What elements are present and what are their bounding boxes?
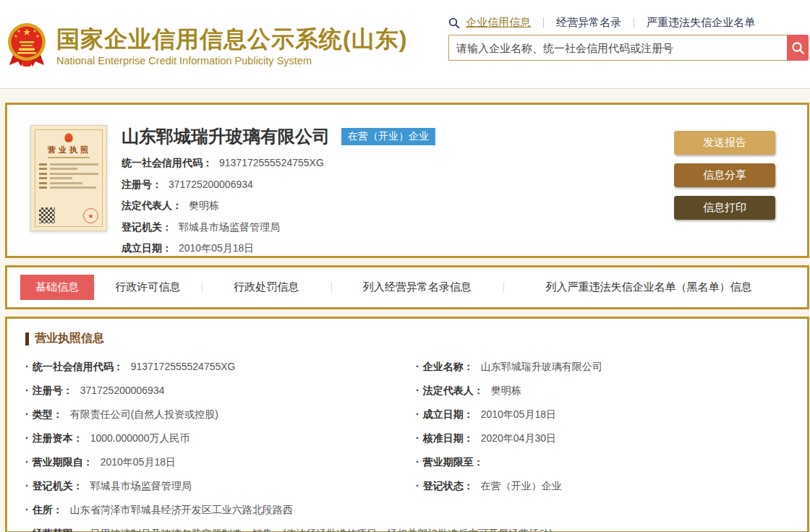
field-label: 登记机关： bbox=[33, 480, 83, 493]
nav-divider bbox=[634, 17, 634, 28]
field-value: 山东郓城瑞升玻璃有限公司 bbox=[481, 361, 602, 374]
summary-row: 统一社会信用代码： 9137172555524755XG bbox=[122, 157, 674, 170]
business-license-page: 营业执照 ★ bbox=[35, 129, 103, 227]
status-badge: 在营（开业）企业 bbox=[341, 128, 435, 145]
summary-row: 登记机关： 郓城县市场监督管理局 bbox=[122, 221, 674, 234]
detail-row: 住所：山东省菏泽市郓城县经济开发区工业六路北段路西 bbox=[25, 498, 789, 522]
summary-row: 法定代表人： 樊明栋 bbox=[122, 200, 674, 213]
tab-administrative-license[interactable]: 行政许可信息 bbox=[94, 280, 202, 294]
company-info: 山东郓城瑞升玻璃有限公司 在营（开业）企业 统一社会信用代码： 91371725… bbox=[107, 125, 674, 256]
field-value: 樊明栋 bbox=[491, 385, 521, 398]
search-icon bbox=[791, 41, 805, 55]
section-title-bar bbox=[25, 332, 29, 346]
detail-row: 注册资本：1000.000000万人民币 bbox=[25, 426, 398, 450]
company-summary-card: 营业执照 ★ 山东郓城瑞升玻璃有限公司 在营（开业）企业 bbox=[5, 103, 809, 258]
license-text-line bbox=[39, 163, 98, 166]
national-emblem-logo: ★ ★ ★ ★ ★ bbox=[6, 22, 48, 71]
tab-basic-info[interactable]: 基础信息 bbox=[20, 275, 94, 300]
action-buttons: 发送报告 信息分享 信息打印 bbox=[674, 125, 775, 256]
license-footer: ★ bbox=[39, 204, 98, 223]
license-details-card: 营业执照信息 统一社会信用代码：9137172555524755XG 企业名称：… bbox=[5, 317, 809, 532]
detail-row: 统一社会信用代码：9137172555524755XG bbox=[25, 355, 398, 379]
detail-row: 营业期限至： bbox=[416, 450, 789, 474]
license-subline bbox=[48, 157, 89, 158]
field-label: 成立日期： bbox=[423, 408, 474, 421]
license-text-line bbox=[39, 186, 98, 189]
field-value: 郓城县市场监督管理局 bbox=[90, 480, 192, 493]
field-value: 日用玻璃制品及玻璃包装容器制造、销售。(依法须经批准的项目，经相关部门批准后方可… bbox=[90, 528, 563, 532]
field-label: 类型： bbox=[33, 408, 63, 421]
detail-row: 登记状态：在营（开业）企业 bbox=[416, 474, 789, 498]
search-icon bbox=[448, 17, 460, 29]
field-value: 9137172555524755XG bbox=[131, 361, 236, 372]
field-label: 企业名称： bbox=[423, 361, 474, 374]
section-title: 营业执照信息 bbox=[25, 331, 807, 346]
qr-code-icon bbox=[39, 207, 55, 223]
search-type-nav: 企业信用信息 经营异常名录 严重违法失信企业名单 bbox=[448, 16, 809, 30]
detail-row: 成立日期：2010年05月18日 bbox=[416, 403, 789, 426]
detail-row: 注册号：371725200006934 bbox=[25, 379, 398, 403]
detail-row: 营业期限自：2010年05月18日 bbox=[25, 450, 398, 474]
field-label: 注册号： bbox=[33, 385, 73, 398]
brand: ★ ★ ★ ★ ★ 国家企业信用信息公示系统(山东) National Ente… bbox=[6, 0, 407, 88]
share-info-button[interactable]: 信息分享 bbox=[674, 163, 775, 187]
red-seal-icon: ★ bbox=[83, 208, 98, 223]
brand-text: 国家企业信用信息公示系统(山东) National Enterprise Cre… bbox=[56, 26, 407, 66]
tab-blacklist[interactable]: 列入严重违法失信企业名单（黑名单）信息 bbox=[503, 280, 794, 294]
detail-row: 企业名称：山东郓城瑞升玻璃有限公司 bbox=[416, 355, 789, 379]
detail-grid: 统一社会信用代码：9137172555524755XG 企业名称：山东郓城瑞升玻… bbox=[7, 351, 807, 532]
field-label: 统一社会信用代码： bbox=[122, 157, 213, 170]
site-subtitle: National Enterprise Credit Information P… bbox=[56, 55, 407, 66]
field-value: 371725200006934 bbox=[80, 385, 165, 396]
nav-link-abnormal-operations[interactable]: 经营异常名录 bbox=[556, 16, 621, 30]
info-tabs-bar: 基础信息 行政许可信息 行政处罚信息 列入经营异常名录信息 列入严重违法失信企业… bbox=[5, 265, 809, 309]
svg-text:★: ★ bbox=[22, 27, 31, 38]
field-label: 登记机关： bbox=[122, 221, 172, 234]
field-value: 山东省菏泽市郓城县经济开发区工业六路北段路西 bbox=[70, 504, 293, 517]
field-value: 1000.000000万人民币 bbox=[90, 432, 190, 445]
detail-row: 登记机关：郓城县市场监督管理局 bbox=[25, 474, 398, 498]
license-text-line bbox=[39, 182, 98, 184]
svg-text:★: ★ bbox=[14, 34, 17, 38]
send-report-button[interactable]: 发送报告 bbox=[674, 131, 775, 155]
main-content: 营业执照 ★ 山东郓城瑞升玻璃有限公司 在营（开业）企业 bbox=[0, 89, 810, 532]
field-value: 有限责任公司(自然人投资或控股) bbox=[70, 408, 218, 421]
emblem-icon bbox=[64, 133, 73, 142]
field-value: 郓城县市场监督管理局 bbox=[179, 221, 280, 234]
header-search-area: 企业信用信息 经营异常名录 严重违法失信企业名单 bbox=[448, 0, 809, 88]
field-value: 2010年05月18日 bbox=[179, 242, 254, 255]
search-bar bbox=[448, 35, 809, 61]
license-text-line bbox=[39, 168, 98, 170]
field-value: 2020年04月30日 bbox=[481, 432, 556, 445]
field-value: 在营（开业）企业 bbox=[481, 480, 562, 493]
svg-text:★: ★ bbox=[35, 34, 39, 38]
license-text-line bbox=[39, 173, 98, 175]
search-input[interactable] bbox=[448, 35, 787, 61]
summary-row: 成立日期： 2010年05月18日 bbox=[122, 242, 674, 255]
tab-administrative-penalty[interactable]: 行政处罚信息 bbox=[202, 280, 331, 294]
field-label: 营业期限至： bbox=[423, 456, 484, 469]
field-label: 法定代表人： bbox=[423, 385, 484, 398]
field-value: 371725200006934 bbox=[169, 179, 253, 190]
summary-fields: 统一社会信用代码： 9137172555524755XG 注册号： 371725… bbox=[122, 157, 674, 255]
search-button[interactable] bbox=[787, 35, 809, 61]
nav-link-serious-violations[interactable]: 严重违法失信企业名单 bbox=[647, 16, 755, 30]
field-label: 注册号： bbox=[122, 179, 162, 192]
site-title: 国家企业信用信息公示系统(山东) bbox=[56, 26, 407, 53]
svg-text:★: ★ bbox=[17, 29, 20, 33]
svg-text:★: ★ bbox=[33, 29, 36, 33]
field-value: 2010年05月18日 bbox=[481, 408, 556, 421]
detail-row: 法定代表人：樊明栋 bbox=[416, 379, 789, 403]
print-info-button[interactable]: 信息打印 bbox=[674, 196, 775, 220]
field-label: 成立日期： bbox=[122, 242, 172, 255]
license-text-line bbox=[39, 177, 98, 179]
field-label: 住所： bbox=[33, 504, 63, 517]
field-label: 经营范围： bbox=[33, 528, 83, 532]
section-title-text: 营业执照信息 bbox=[35, 331, 104, 346]
tab-abnormal-operations-list[interactable]: 列入经营异常名录信息 bbox=[331, 280, 503, 294]
company-name: 山东郓城瑞升玻璃有限公司 bbox=[122, 125, 330, 148]
field-value: 9137172555524755XG bbox=[219, 157, 324, 168]
license-title: 营业执照 bbox=[40, 145, 98, 155]
nav-link-enterprise-credit[interactable]: 企业信用信息 bbox=[466, 16, 531, 30]
business-license-thumbnail[interactable]: 营业执照 ★ bbox=[30, 125, 107, 231]
